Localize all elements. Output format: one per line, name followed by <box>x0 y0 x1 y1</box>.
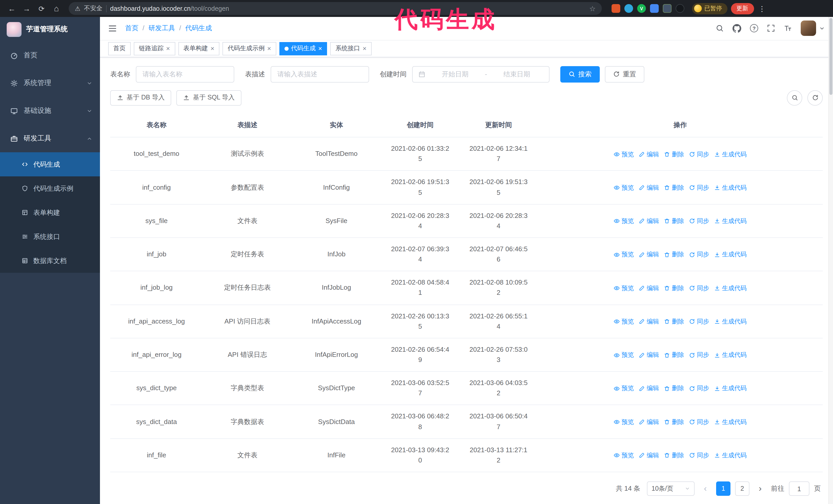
search-icon[interactable] <box>716 24 724 32</box>
row-action-generate[interactable]: 生成代码 <box>714 417 747 427</box>
row-action-edit[interactable]: 编辑 <box>639 183 659 193</box>
row-action-edit[interactable]: 编辑 <box>639 417 659 427</box>
row-action-preview[interactable]: 预览 <box>614 451 634 460</box>
scrollbar[interactable] <box>828 17 833 504</box>
extension-icon[interactable] <box>612 4 620 13</box>
row-action-sync[interactable]: 同步 <box>689 216 709 226</box>
sidebar-item-infra[interactable]: 基础设施 <box>0 97 100 125</box>
github-icon[interactable] <box>733 24 741 33</box>
row-action-generate[interactable]: 生成代码 <box>714 384 747 393</box>
close-icon[interactable] <box>267 45 271 52</box>
row-action-delete[interactable]: 删除 <box>664 183 684 193</box>
font-size-icon[interactable] <box>784 24 792 32</box>
row-action-sync[interactable]: 同步 <box>689 317 709 326</box>
page-1-button[interactable]: 1 <box>716 481 731 496</box>
start-date-placeholder[interactable]: 开始日期 <box>429 70 482 79</box>
sidebar-item-form-builder[interactable]: 表单构建 <box>0 200 100 224</box>
fullscreen-icon[interactable] <box>767 24 775 32</box>
row-action-sync[interactable]: 同步 <box>689 250 709 259</box>
row-action-delete[interactable]: 删除 <box>664 317 684 326</box>
row-action-edit[interactable]: 编辑 <box>639 283 659 293</box>
row-action-preview[interactable]: 预览 <box>614 149 634 159</box>
tab-form-builder[interactable]: 表单构建 <box>178 42 219 55</box>
row-action-preview[interactable]: 预览 <box>614 216 634 226</box>
row-action-generate[interactable]: 生成代码 <box>714 451 747 460</box>
row-action-delete[interactable]: 删除 <box>664 250 684 259</box>
breadcrumb-home[interactable]: 首页 <box>125 24 148 33</box>
row-action-generate[interactable]: 生成代码 <box>714 317 747 326</box>
row-action-generate[interactable]: 生成代码 <box>714 216 747 226</box>
security-label[interactable]: 不安全 <box>84 4 102 13</box>
end-date-placeholder[interactable]: 结束日期 <box>490 70 543 79</box>
bookmark-star-icon[interactable] <box>589 4 596 13</box>
import-sql-button[interactable]: 基于 SQL 导入 <box>176 90 241 105</box>
tab-codegen-example[interactable]: 代码生成示例 <box>222 42 276 55</box>
tab-api[interactable]: 系统接口 <box>330 42 372 55</box>
row-action-delete[interactable]: 删除 <box>664 451 684 460</box>
sidebar-item-system[interactable]: 系统管理 <box>0 69 100 97</box>
row-action-sync[interactable]: 同步 <box>689 149 709 159</box>
close-icon[interactable] <box>166 45 170 52</box>
user-menu[interactable] <box>801 21 825 36</box>
row-action-sync[interactable]: 同步 <box>689 350 709 360</box>
row-action-edit[interactable]: 编辑 <box>639 317 659 326</box>
extension-icon[interactable] <box>663 4 671 13</box>
row-action-edit[interactable]: 编辑 <box>639 350 659 360</box>
row-action-sync[interactable]: 同步 <box>689 183 709 193</box>
browser-home-icon[interactable] <box>50 2 63 15</box>
row-action-edit[interactable]: 编辑 <box>639 216 659 226</box>
row-action-edit[interactable]: 编辑 <box>639 149 659 159</box>
toggle-search-button[interactable] <box>787 90 802 105</box>
app-logo[interactable]: 芋道管理系统 <box>0 17 100 42</box>
table-desc-input[interactable] <box>271 66 369 82</box>
browser-update-button[interactable]: 更新 <box>731 3 754 14</box>
tab-codegen[interactable]: 代码生成 <box>279 42 327 55</box>
row-action-edit[interactable]: 编辑 <box>639 384 659 393</box>
extension-icon[interactable] <box>624 4 633 13</box>
sidebar-item-api[interactable]: 系统接口 <box>0 224 100 249</box>
row-action-preview[interactable]: 预览 <box>614 250 634 259</box>
browser-forward-icon[interactable] <box>20 2 33 15</box>
table-name-input[interactable] <box>136 66 234 82</box>
row-action-preview[interactable]: 预览 <box>614 417 634 427</box>
row-action-delete[interactable]: 删除 <box>664 417 684 427</box>
breadcrumb-devtools[interactable]: 研发工具 <box>148 24 185 33</box>
address-bar[interactable]: 不安全 dashboard.yudao.iocoder.cn/tool/code… <box>69 2 602 15</box>
row-action-preview[interactable]: 预览 <box>614 183 634 193</box>
help-icon[interactable] <box>750 24 758 32</box>
extension-icon[interactable]: V <box>637 4 646 13</box>
search-button[interactable]: 搜索 <box>560 66 600 82</box>
row-action-delete[interactable]: 删除 <box>664 350 684 360</box>
browser-menu-icon[interactable] <box>755 2 769 15</box>
row-action-generate[interactable]: 生成代码 <box>714 283 747 293</box>
browser-back-icon[interactable] <box>5 2 19 15</box>
refresh-table-button[interactable] <box>807 90 823 105</box>
sidebar-item-codegen-example[interactable]: 代码生成示例 <box>0 176 100 200</box>
profile-paused-badge[interactable]: 已暂停 <box>692 3 727 14</box>
row-action-generate[interactable]: 生成代码 <box>714 183 747 193</box>
sidebar-item-devtools[interactable]: 研发工具 <box>0 125 100 152</box>
row-action-sync[interactable]: 同步 <box>689 283 709 293</box>
next-page-button[interactable] <box>754 481 766 496</box>
row-action-preview[interactable]: 预览 <box>614 317 634 326</box>
extension-icon[interactable] <box>650 4 659 13</box>
row-action-preview[interactable]: 预览 <box>614 350 634 360</box>
row-action-sync[interactable]: 同步 <box>689 417 709 427</box>
date-range-picker[interactable]: 开始日期 - 结束日期 <box>412 66 549 82</box>
reset-button[interactable]: 重置 <box>605 66 644 82</box>
import-db-button[interactable]: 基于 DB 导入 <box>110 90 171 105</box>
row-action-sync[interactable]: 同步 <box>689 384 709 393</box>
row-action-generate[interactable]: 生成代码 <box>714 250 747 259</box>
goto-page-input[interactable] <box>789 481 809 496</box>
prev-page-button[interactable] <box>699 481 712 496</box>
hamburger-icon[interactable] <box>108 24 117 33</box>
row-action-delete[interactable]: 删除 <box>664 384 684 393</box>
row-action-sync[interactable]: 同步 <box>689 451 709 460</box>
tab-link-trace[interactable]: 链路追踪 <box>134 42 175 55</box>
close-icon[interactable] <box>363 45 366 52</box>
browser-reload-icon[interactable] <box>35 2 48 15</box>
close-icon[interactable] <box>210 45 214 52</box>
close-icon[interactable] <box>318 45 322 52</box>
row-action-edit[interactable]: 编辑 <box>639 451 659 460</box>
scrollbar-thumb[interactable] <box>829 18 832 95</box>
